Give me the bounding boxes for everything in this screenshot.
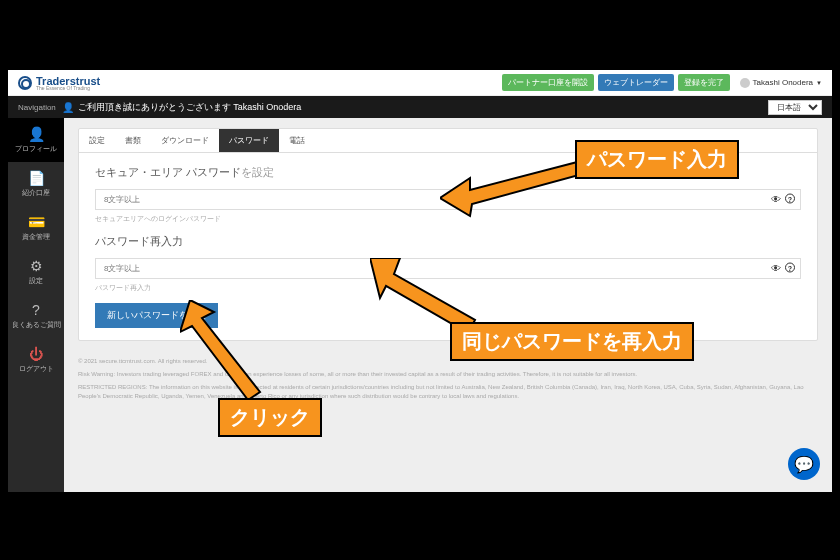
sidebar-item-label: 設定 xyxy=(29,276,43,286)
sidebar-item-settings[interactable]: ⚙ 設定 xyxy=(8,250,64,294)
language-select[interactable]: 日本語 xyxy=(768,100,822,115)
tab-documents[interactable]: 書類 xyxy=(115,129,151,152)
register-button[interactable]: 登録を完了 xyxy=(678,74,730,91)
money-icon: 💳 xyxy=(28,214,45,230)
greeting-text: ご利用頂き誠にありがとうございます Takashi Onodera xyxy=(78,101,302,114)
tab-downloads[interactable]: ダウンロード xyxy=(151,129,219,152)
sidebar-item-label: 良くあるご質問 xyxy=(12,320,61,330)
power-icon: ⏻ xyxy=(29,346,43,362)
logo: Traderstrust The Essence Of Trading xyxy=(18,75,100,91)
sidebar-item-label: 紹介口座 xyxy=(22,188,50,198)
gear-icon: ⚙ xyxy=(30,258,43,274)
arrow-icon xyxy=(180,300,270,405)
eye-icon[interactable]: 👁 xyxy=(771,194,781,205)
avatar-icon xyxy=(740,78,750,88)
svg-marker-2 xyxy=(180,300,260,400)
user-icon: 👤 xyxy=(28,126,45,142)
chat-icon: 💬 xyxy=(794,455,814,474)
tab-phone[interactable]: 電話 xyxy=(279,129,315,152)
caret-down-icon: ▼ xyxy=(816,80,822,86)
arrow-icon xyxy=(440,158,590,218)
sidebar-item-logout[interactable]: ⏻ ログアウト xyxy=(8,338,64,382)
sidebar-item-referral[interactable]: 📄 紹介口座 xyxy=(8,162,64,206)
svg-marker-0 xyxy=(440,160,590,216)
annotation-password: パスワード入力 xyxy=(575,140,739,179)
person-icon: 👤 xyxy=(62,102,74,113)
help-icon[interactable]: ? xyxy=(785,263,795,273)
navbar: Navigation 👤 ご利用頂き誠にありがとうございます Takashi O… xyxy=(8,96,832,118)
logo-icon xyxy=(18,76,32,90)
partner-button[interactable]: パートナー口座を開設 xyxy=(502,74,594,91)
greeting: 👤 ご利用頂き誠にありがとうございます Takashi Onodera xyxy=(62,101,302,114)
question-icon: ? xyxy=(32,302,40,318)
sidebar-item-label: 資金管理 xyxy=(22,232,50,242)
sidebar-item-profile[interactable]: 👤 プロフィール xyxy=(8,118,64,162)
doc-icon: 📄 xyxy=(28,170,45,186)
tab-settings[interactable]: 設定 xyxy=(79,129,115,152)
annotation-confirm: 同じパスワードを再入力 xyxy=(450,322,694,361)
top-right: パートナー口座を開設 ウェブトレーダー 登録を完了 Takashi Onoder… xyxy=(502,74,822,91)
confirm-title: パスワード再入力 xyxy=(95,234,801,249)
sidebar-item-label: プロフィール xyxy=(15,144,57,154)
help-icon[interactable]: ? xyxy=(785,194,795,204)
user-menu[interactable]: Takashi Onodera ▼ xyxy=(740,78,822,88)
annotation-click: クリック xyxy=(218,398,322,437)
user-name: Takashi Onodera xyxy=(753,78,813,87)
tab-password[interactable]: パスワード xyxy=(219,129,279,152)
sidebar-item-label: ログアウト xyxy=(19,364,54,374)
nav-label: Navigation xyxy=(18,103,56,112)
topbar: Traderstrust The Essence Of Trading パートナ… xyxy=(8,70,832,96)
chat-button[interactable]: 💬 xyxy=(788,448,820,480)
sidebar-item-funds[interactable]: 💳 資金管理 xyxy=(8,206,64,250)
webtrader-button[interactable]: ウェブトレーダー xyxy=(598,74,674,91)
sidebar-item-faq[interactable]: ? 良くあるご質問 xyxy=(8,294,64,338)
eye-icon[interactable]: 👁 xyxy=(771,263,781,274)
sidebar: 👤 プロフィール 📄 紹介口座 💳 資金管理 ⚙ 設定 ? 良くあるご質問 ⏻ xyxy=(8,118,64,492)
